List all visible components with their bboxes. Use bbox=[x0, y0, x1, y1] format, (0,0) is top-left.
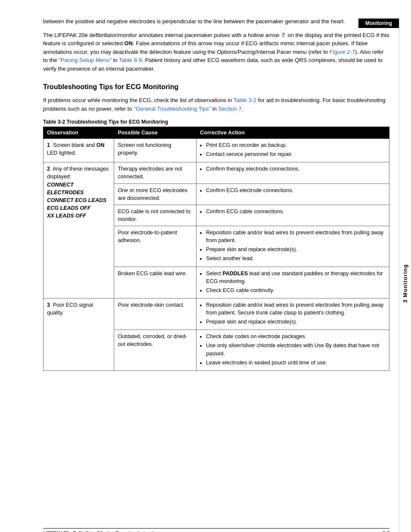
observation-cell: 3 Poor ECG signal quality. bbox=[44, 298, 114, 370]
main-content: between the positive and negative electr… bbox=[43, 17, 389, 407]
message-connect-ecg-leads: CONNECT ECG LEADS bbox=[47, 197, 106, 203]
footer-page-number: 3-7 bbox=[383, 530, 389, 532]
intro-paragraph-2: The LIFEPAK 20e defibrillator/monitor an… bbox=[43, 31, 389, 73]
observation-cell: 1 Screen blank and ON LED lighted. bbox=[44, 139, 114, 162]
footer-left: LIFEPAK 20e Defibrillator/Monitor Operat… bbox=[43, 530, 162, 532]
action-item: Check ECG cable continuity. bbox=[206, 286, 386, 294]
action-item: Check date codes on electrode packages. bbox=[206, 333, 386, 340]
section-intro: If problems occur while monitoring the E… bbox=[43, 96, 389, 113]
row-num: 1 bbox=[47, 142, 50, 148]
cause-cell: Broken ECG cable lead wire. bbox=[114, 267, 196, 298]
action-item: Prepare skin and replace electrode(s). bbox=[206, 246, 386, 253]
cause-cell: Poor electrode-skin contact. bbox=[114, 298, 196, 330]
cause-cell: One or more ECG electrodes are disconnec… bbox=[114, 184, 196, 205]
cause-cell: Poor electrode-to-patient adhesion. bbox=[114, 226, 196, 267]
table-caption: Table 3-2 Troubleshooting Tips for ECG M… bbox=[43, 119, 389, 125]
action-item: Select another lead. bbox=[206, 255, 386, 262]
side-tab: 3 Monitoring bbox=[399, 17, 411, 532]
action-item: Confirm ECG electrode connections. bbox=[206, 187, 386, 194]
action-cell: Reposition cable and/or lead wires to pr… bbox=[196, 226, 389, 267]
action-item: Select PADDLES lead and use standard pad… bbox=[206, 270, 386, 285]
action-item: Reposition cable and/or lead wires to pr… bbox=[206, 229, 386, 244]
section-7-link[interactable]: Section 7 bbox=[218, 106, 242, 112]
observation-cell: 2 Any of these messages displayed: CONNE… bbox=[44, 162, 114, 299]
ecg-monitoring-table: Observation Possible Cause Corrective Ac… bbox=[43, 127, 389, 371]
table-3-2-link[interactable]: Table 3-2 bbox=[234, 97, 256, 103]
page-footer: LIFEPAK 20e Defibrillator/Monitor Operat… bbox=[43, 528, 389, 532]
table-caption-text: Table 3-2 Troubleshooting Tips for ECG M… bbox=[43, 119, 168, 125]
row-num: 3 bbox=[47, 302, 50, 308]
header-bar: Monitoring bbox=[0, 17, 399, 29]
action-item: Confirm ECG cable connections. bbox=[206, 208, 386, 215]
action-cell: Confirm ECG cable connections. bbox=[196, 205, 389, 226]
action-item: Leave electrodes in sealed pouch until t… bbox=[206, 359, 386, 367]
cause-cell: Therapy electrodes are not connected. bbox=[114, 162, 196, 184]
table-row: 3 Poor ECG signal quality. Poor electrod… bbox=[44, 298, 389, 330]
table-header-row: Observation Possible Cause Corrective Ac… bbox=[44, 127, 389, 139]
figure-2-7-link[interactable]: Figure 2-7 bbox=[330, 49, 355, 55]
action-item: Use only silver/silver chloride electrod… bbox=[206, 342, 386, 357]
general-troubleshooting-link[interactable]: "General Troubleshooting Tips" bbox=[134, 106, 211, 112]
cause-cell: ECG cable is not connected to monitor. bbox=[114, 205, 196, 226]
cause-cell: Outdated, corroded, or dried-out electro… bbox=[114, 330, 196, 371]
footer-product-name: LIFEPAK 20e Defibrillator/Monitor Operat… bbox=[43, 530, 162, 532]
hollow-arrow-icon: ⇧ bbox=[281, 32, 286, 38]
header-title: Monitoring bbox=[358, 19, 399, 28]
action-cell: Print ECG on recorder as backup. Contact… bbox=[196, 139, 389, 162]
action-item: Contact service personnel for repair. bbox=[206, 150, 386, 158]
table-row: 1 Screen blank and ON LED lighted. Scree… bbox=[44, 139, 389, 162]
action-cell: Select PADDLES lead and use standard pad… bbox=[196, 267, 389, 298]
table-8-9-link[interactable]: Table 8-9 bbox=[119, 57, 142, 63]
section-heading: Troubleshooting Tips for ECG Monitoring bbox=[43, 83, 389, 91]
message-connect-electrodes: CONNECT ELECTRODES bbox=[47, 182, 84, 196]
action-cell: Reposition cable and/or lead wires to pr… bbox=[196, 298, 389, 330]
action-item: Confirm therapy electrode connections. bbox=[206, 165, 386, 173]
side-tab-label: 3 Monitoring bbox=[402, 264, 408, 303]
col-header-action: Corrective Action bbox=[196, 127, 389, 139]
message-xx-leads-off: XX LEADS OFF bbox=[47, 213, 86, 219]
action-cell: Confirm therapy electrode connections. bbox=[196, 162, 389, 184]
action-item: Print ECG on recorder as backup. bbox=[206, 141, 386, 149]
action-item: Reposition cable and/or lead wires to pr… bbox=[206, 301, 386, 317]
cause-cell: Screen not functioning properly. bbox=[114, 139, 196, 162]
action-cell: Check date codes on electrode packages. … bbox=[196, 330, 389, 371]
action-item: Prepare skin and replace electrode(s). bbox=[206, 318, 386, 326]
row-num: 2 bbox=[47, 166, 50, 172]
message-ecg-leads-off: ECG LEADS OFF bbox=[47, 205, 90, 211]
col-header-observation: Observation bbox=[44, 127, 114, 139]
pacing-setup-link[interactable]: "Pacing Setup Menu" bbox=[59, 57, 112, 63]
action-cell: Confirm ECG electrode connections. bbox=[196, 184, 389, 205]
table-row: 2 Any of these messages displayed: CONNE… bbox=[44, 162, 389, 184]
col-header-cause: Possible Cause bbox=[114, 127, 196, 139]
page-container: Monitoring 3 Monitoring between the posi… bbox=[0, 17, 411, 532]
